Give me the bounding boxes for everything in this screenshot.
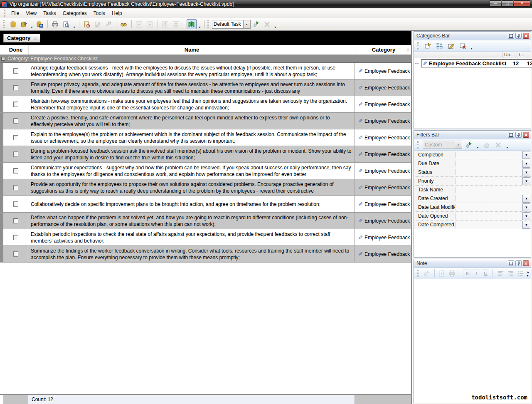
filter-value-field[interactable] bbox=[456, 186, 531, 194]
new-category-button[interactable] bbox=[423, 41, 433, 51]
move-down-button[interactable] bbox=[134, 19, 144, 29]
filter-dropdown-button[interactable]: ▼ bbox=[522, 203, 530, 211]
table-row[interactable]: Maintain two-way communications - make s… bbox=[0, 96, 411, 113]
filter-dropdown-button[interactable]: ▼ bbox=[522, 212, 530, 220]
clear-task-type-button[interactable] bbox=[262, 19, 272, 29]
filter-value-field[interactable] bbox=[456, 212, 522, 220]
done-checkbox[interactable] bbox=[13, 201, 18, 207]
panel-close-icon[interactable] bbox=[523, 132, 529, 138]
table-row[interactable]: During a problem-focused feedback sessio… bbox=[0, 146, 411, 163]
toolbar-grip-2[interactable] bbox=[207, 20, 209, 28]
new-subcategory-button[interactable] bbox=[434, 41, 444, 51]
done-checkbox[interactable] bbox=[13, 68, 18, 74]
done-checkbox[interactable] bbox=[13, 102, 18, 107]
filter-dropdown-button[interactable]: ▼ bbox=[522, 221, 530, 229]
done-checkbox[interactable] bbox=[13, 185, 18, 190]
align-left-icon[interactable] bbox=[496, 268, 505, 278]
table-row[interactable]: Summarize the findings of the worker fee… bbox=[0, 246, 411, 263]
find-button[interactable] bbox=[119, 19, 129, 29]
menu-tasks[interactable]: Tasks bbox=[40, 9, 59, 17]
column-header-uncompleted[interactable]: Un... bbox=[502, 52, 517, 58]
underline-button[interactable]: U bbox=[482, 269, 489, 278]
align-right-icon[interactable] bbox=[506, 268, 515, 278]
done-checkbox[interactable] bbox=[13, 151, 18, 157]
italic-button[interactable]: I bbox=[473, 269, 480, 278]
table-row[interactable]: Explain to the employee(s) the problem o… bbox=[0, 129, 411, 146]
delete-category-button[interactable] bbox=[458, 41, 468, 51]
move-to-bottom-button[interactable] bbox=[160, 19, 170, 29]
print-preview-button[interactable] bbox=[61, 19, 71, 29]
move-to-top-button[interactable] bbox=[171, 19, 181, 29]
panel-minimize-icon[interactable] bbox=[508, 260, 514, 266]
save-filter-dropdown[interactable]: ▼ bbox=[475, 146, 480, 149]
collapse-group-icon[interactable]: − bbox=[1, 57, 5, 61]
column-header-category[interactable]: Category △ bbox=[355, 45, 412, 55]
panel-close-icon[interactable] bbox=[523, 260, 529, 266]
clear-filter-button[interactable] bbox=[482, 140, 492, 150]
task-type-combobox[interactable]: Default Task ▼ bbox=[212, 20, 251, 29]
bold-button[interactable]: B bbox=[463, 269, 470, 278]
table-row[interactable]: Arrange regular feedback sessions - meet… bbox=[0, 63, 411, 79]
notes-view-dropdown[interactable]: ▼ bbox=[197, 26, 202, 29]
window-titlebar[interactable]: Vip organizer [M:\Vlad\Checklists\Employ… bbox=[0, 0, 532, 8]
new-database-button[interactable] bbox=[8, 19, 18, 29]
bullet-list-icon[interactable] bbox=[516, 268, 525, 278]
column-header-done[interactable]: Done bbox=[3, 45, 28, 55]
save-filter-button[interactable] bbox=[464, 140, 474, 150]
delete-filter-button[interactable] bbox=[493, 140, 503, 150]
minimize-button[interactable]: — bbox=[490, 0, 501, 7]
insert-link-icon[interactable] bbox=[423, 268, 431, 278]
table-row[interactable]: Provide an opportunity for the employees… bbox=[0, 179, 411, 196]
panel-pin-icon[interactable] bbox=[515, 33, 522, 39]
filter-dropdown-button[interactable]: ▼ bbox=[522, 195, 530, 203]
filter-value-field[interactable] bbox=[456, 151, 522, 159]
save-database-button[interactable] bbox=[35, 19, 45, 29]
filter-value-field[interactable] bbox=[456, 194, 522, 203]
move-up-button[interactable] bbox=[145, 19, 155, 29]
table-row[interactable]: Establish periodic inspections to check … bbox=[0, 229, 411, 246]
column-header-name[interactable]: Name bbox=[28, 45, 355, 55]
table-row[interactable]: Create a positive, friendly, and safe en… bbox=[0, 113, 411, 129]
panel-close-icon[interactable] bbox=[523, 33, 529, 39]
filter-value-field[interactable] bbox=[456, 203, 522, 211]
toolbar-overflow-dropdown[interactable]: ▼ bbox=[273, 26, 278, 29]
filter-dropdown-button[interactable]: ▼ bbox=[522, 169, 530, 176]
print-note-icon[interactable] bbox=[448, 268, 456, 278]
category-tree-item[interactable]: ✎ Employee Feedback Checklist 12 12 bbox=[414, 59, 531, 67]
filter-dropdown-button[interactable]: ▼ bbox=[522, 151, 530, 159]
panel-minimize-icon[interactable] bbox=[508, 132, 514, 138]
toolbar-grip[interactable] bbox=[3, 20, 5, 28]
filter-value-field[interactable] bbox=[456, 177, 522, 185]
done-checkbox[interactable] bbox=[13, 218, 18, 223]
filter-dropdown-button[interactable]: ▼ bbox=[522, 160, 530, 168]
done-checkbox[interactable] bbox=[13, 135, 18, 140]
table-row[interactable]: Collaboratively decide on specific impro… bbox=[0, 196, 411, 213]
menu-grip[interactable] bbox=[4, 10, 5, 16]
menu-view[interactable]: View bbox=[22, 9, 40, 17]
notes-view-button[interactable] bbox=[187, 19, 197, 29]
filter-value-field[interactable] bbox=[456, 168, 522, 176]
filters-toolbar-dropdown[interactable]: ▼ bbox=[505, 146, 510, 149]
table-row[interactable]: Ensure proper privacy, agenda, and adequ… bbox=[0, 79, 411, 96]
menu-file[interactable]: File bbox=[8, 9, 22, 17]
done-checkbox[interactable] bbox=[13, 85, 18, 90]
edit-category-button[interactable] bbox=[446, 41, 456, 51]
edit-task-button[interactable] bbox=[93, 19, 103, 29]
categories-toolbar-dropdown[interactable]: ▼ bbox=[469, 47, 474, 50]
panel-minimize-icon[interactable] bbox=[508, 33, 514, 39]
menu-help[interactable]: Help bbox=[108, 9, 126, 17]
table-row[interactable]: Communicate your expectations - suggest … bbox=[0, 163, 411, 179]
done-checkbox[interactable] bbox=[13, 235, 18, 240]
filter-value-field[interactable] bbox=[456, 221, 522, 229]
open-database-dropdown[interactable]: ▼ bbox=[30, 26, 34, 29]
column-header-total[interactable]: T... bbox=[517, 52, 531, 58]
panel-pin-icon[interactable] bbox=[515, 132, 522, 138]
menu-tools[interactable]: Tools bbox=[90, 9, 108, 17]
print-button[interactable] bbox=[50, 19, 60, 29]
task-tools-button[interactable] bbox=[103, 19, 113, 29]
group-by-category-button[interactable]: Category △ bbox=[3, 34, 40, 42]
table-row[interactable]: Define what can happen if the problem is… bbox=[0, 213, 411, 229]
category-group-row[interactable]: − Category: Employee Feedback Checklist bbox=[0, 55, 411, 63]
note-toolbar-overflow[interactable]: » ▼ bbox=[526, 270, 529, 277]
done-checkbox[interactable] bbox=[13, 168, 18, 173]
